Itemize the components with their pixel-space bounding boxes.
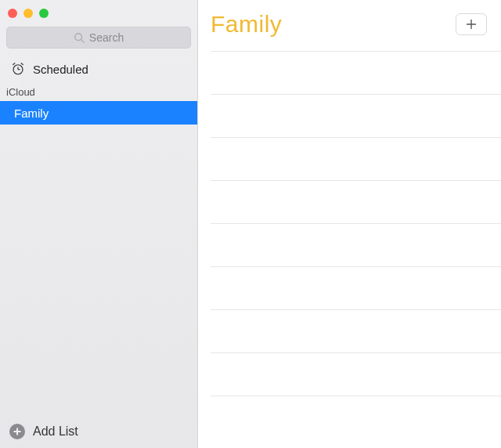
window-titlebar xyxy=(0,0,197,27)
add-list-label: Add List xyxy=(33,425,78,439)
reminder-row[interactable] xyxy=(211,353,501,396)
sidebar-list-family[interactable]: Family xyxy=(0,101,197,125)
sidebar-section-header-icloud: iCloud xyxy=(0,81,197,101)
close-window-button[interactable] xyxy=(8,9,17,18)
search-placeholder: Search xyxy=(89,31,124,44)
svg-line-6 xyxy=(21,63,23,65)
search-icon xyxy=(74,32,85,43)
reminder-row[interactable] xyxy=(211,95,501,138)
alarm-icon xyxy=(11,62,25,76)
reminder-row[interactable] xyxy=(211,267,501,310)
reminder-row[interactable] xyxy=(211,138,501,181)
sidebar: Search Scheduled iCloud Family Add List xyxy=(0,0,198,448)
svg-line-1 xyxy=(81,40,84,43)
reminder-rows-area[interactable] xyxy=(198,44,501,448)
zoom-window-button[interactable] xyxy=(39,9,49,18)
sidebar-spacer xyxy=(0,125,197,415)
list-header: Family xyxy=(198,0,501,44)
reminder-row[interactable] xyxy=(211,181,501,224)
plus-icon xyxy=(465,18,478,31)
main-pane: Family xyxy=(198,0,501,448)
add-list-button[interactable]: Add List xyxy=(0,415,197,448)
reminder-row[interactable] xyxy=(211,310,501,353)
list-title: Family xyxy=(211,11,282,38)
reminder-row[interactable] xyxy=(211,52,501,95)
reminder-row[interactable] xyxy=(211,224,501,267)
reminder-row[interactable] xyxy=(211,44,501,52)
sidebar-list-label: Family xyxy=(14,107,49,120)
minimize-window-button[interactable] xyxy=(23,9,33,18)
svg-line-5 xyxy=(13,63,15,65)
plus-circle-icon xyxy=(9,424,25,439)
sidebar-item-scheduled[interactable]: Scheduled xyxy=(0,56,197,81)
add-reminder-button[interactable] xyxy=(456,13,487,35)
search-input[interactable]: Search xyxy=(6,27,191,49)
scheduled-label: Scheduled xyxy=(33,63,88,76)
